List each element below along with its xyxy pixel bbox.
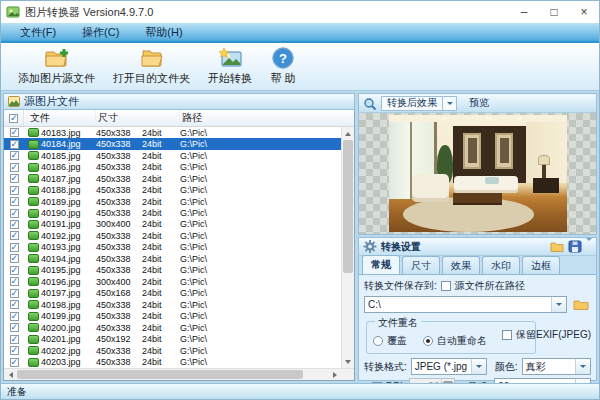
- tab-general[interactable]: 常规: [362, 255, 400, 274]
- row-checkbox[interactable]: ✓: [4, 323, 24, 332]
- table-row[interactable]: ✓40201.jpg450x19224bitG:\Pic\: [4, 333, 341, 344]
- table-row[interactable]: ✓40199.jpg450x33824bitG:\Pic\: [4, 311, 341, 322]
- open-dest-folder-button[interactable]: 打开目的文件夹: [104, 45, 199, 88]
- table-row[interactable]: ✓40202.jpg450x33824bitG:\Pic\: [4, 345, 341, 356]
- table-row[interactable]: ✓40184.jpg450x33824bitG:\Pic\: [4, 138, 341, 149]
- jpg-file-icon: [24, 128, 41, 137]
- tab-watermark[interactable]: 水印: [482, 256, 520, 274]
- browse-folder-button[interactable]: [571, 296, 591, 313]
- table-row[interactable]: ✓40200.jpg450x33824bitG:\Pic\: [4, 322, 341, 333]
- row-checkbox[interactable]: ✓: [4, 277, 24, 286]
- file-name: 40187.jpg: [41, 174, 96, 184]
- right-panel: 转换后效果 预览: [358, 93, 597, 381]
- scroll-left-icon[interactable]: [4, 369, 17, 380]
- file-name: 40183.jpg: [41, 128, 96, 138]
- table-row[interactable]: ✓40192.jpg450x33824bitG:\Pic\: [4, 230, 341, 241]
- scroll-right-icon[interactable]: [328, 369, 341, 380]
- table-row[interactable]: ✓40186.jpg450x33824bitG:\Pic\: [4, 161, 341, 172]
- chevron-down-icon[interactable]: [442, 97, 456, 110]
- maximize-button[interactable]: □: [539, 1, 569, 23]
- effect-select[interactable]: 转换后效果: [381, 96, 457, 111]
- row-checkbox[interactable]: ✓: [4, 335, 24, 344]
- row-checkbox[interactable]: ✓: [4, 174, 24, 183]
- menu-operate[interactable]: 操作(C): [69, 23, 132, 41]
- format-combobox[interactable]: JPEG (*.jpg: [411, 358, 487, 375]
- row-checkbox[interactable]: ✓: [4, 266, 24, 275]
- select-all-checkbox[interactable]: ✓: [4, 110, 24, 126]
- row-checkbox[interactable]: ✓: [4, 209, 24, 218]
- column-path[interactable]: 路径: [180, 110, 354, 126]
- table-row[interactable]: ✓40187.jpg450x33824bitG:\Pic\: [4, 173, 341, 184]
- row-checkbox[interactable]: ✓: [4, 163, 24, 172]
- toolbar-button-label: 帮 助: [270, 71, 295, 86]
- tab-size[interactable]: 尺寸: [402, 256, 440, 274]
- table-row[interactable]: ✓40197.jpg450x16824bitG:\Pic\: [4, 288, 341, 299]
- close-button[interactable]: ×: [569, 1, 599, 23]
- row-checkbox[interactable]: ✓: [4, 300, 24, 309]
- row-checkbox[interactable]: ✓: [4, 358, 24, 367]
- table-row[interactable]: ✓40196.jpg300x40024bitG:\Pic\: [4, 276, 341, 287]
- file-path: G:\Pic\: [180, 254, 341, 264]
- tab-general-content: 转换文件保存到: 源文件所在路径 C:\: [359, 274, 596, 380]
- chevron-down-icon[interactable]: [551, 297, 566, 312]
- auto-rename-label[interactable]: 自动重命名: [437, 334, 487, 348]
- table-row[interactable]: ✓40190.jpg450x33824bitG:\Pic\: [4, 207, 341, 218]
- load-settings-folder-icon[interactable]: [550, 240, 564, 253]
- row-checkbox[interactable]: ✓: [4, 312, 24, 321]
- table-row[interactable]: ✓40185.jpg450x33824bitG:\Pic\: [4, 150, 341, 161]
- vertical-scrollbar[interactable]: [341, 127, 354, 368]
- row-checkbox[interactable]: ✓: [4, 289, 24, 298]
- table-row[interactable]: ✓40183.jpg450x33824bitG:\Pic\: [4, 127, 341, 138]
- save-path-combobox[interactable]: C:\: [364, 296, 567, 313]
- color-combobox[interactable]: 真彩: [522, 358, 591, 375]
- column-file[interactable]: 文件: [24, 110, 96, 126]
- menu-file[interactable]: 文件(F): [7, 23, 69, 41]
- table-row[interactable]: ✓40198.jpg450x33824bitG:\Pic\: [4, 299, 341, 310]
- vertical-scroll-thumb[interactable]: [343, 140, 353, 273]
- overwrite-label[interactable]: 覆盖: [387, 334, 407, 348]
- table-row[interactable]: ✓40191.jpg300x40024bitG:\Pic\: [4, 219, 341, 230]
- preview-button[interactable]: 预览: [461, 96, 497, 110]
- scroll-up-icon[interactable]: [342, 127, 354, 140]
- tab-border[interactable]: 边框: [522, 256, 560, 274]
- horizontal-scrollbar[interactable]: [4, 368, 354, 380]
- window-title: 图片转换器 Version4.9.7.0: [25, 5, 509, 20]
- minimize-button[interactable]: –: [509, 1, 539, 23]
- source-path-checkbox-label[interactable]: 源文件所在路径: [455, 279, 525, 293]
- row-checkbox[interactable]: ✓: [4, 128, 24, 137]
- row-checkbox[interactable]: ✓: [4, 197, 24, 206]
- table-row[interactable]: ✓40193.jpg450x33824bitG:\Pic\: [4, 242, 341, 253]
- chevron-down-icon[interactable]: [575, 359, 590, 374]
- scroll-down-icon[interactable]: [342, 355, 354, 368]
- tab-effect[interactable]: 效果: [442, 256, 480, 274]
- keep-exif-label[interactable]: 保留EXIF(JPEG): [516, 328, 591, 342]
- table-row[interactable]: ✓40189.jpg450x33824bitG:\Pic\: [4, 196, 341, 207]
- source-path-checkbox[interactable]: [441, 281, 451, 291]
- keep-exif-checkbox[interactable]: [502, 330, 512, 340]
- chevron-down-icon[interactable]: [471, 359, 486, 374]
- row-checkbox[interactable]: ✓: [4, 186, 24, 195]
- start-convert-button[interactable]: 开始转换: [199, 45, 261, 88]
- row-checkbox[interactable]: ✓: [4, 151, 24, 160]
- row-checkbox[interactable]: ✓: [4, 346, 24, 355]
- auto-rename-radio[interactable]: [423, 336, 433, 346]
- help-button[interactable]: ? 帮 助: [261, 45, 305, 88]
- row-checkbox[interactable]: ✓: [4, 243, 24, 252]
- convert-settings-panel: 转换设置 常规 尺寸 效果 水印: [358, 237, 597, 381]
- column-size[interactable]: 尺寸: [96, 110, 180, 126]
- add-source-files-button[interactable]: 添加图片源文件: [9, 45, 104, 88]
- horizontal-scroll-thumb[interactable]: [17, 370, 303, 379]
- row-checkbox[interactable]: ✓: [4, 220, 24, 229]
- overwrite-radio[interactable]: [373, 336, 383, 346]
- save-settings-floppy-icon[interactable]: [568, 240, 582, 253]
- table-row[interactable]: ✓40188.jpg450x33824bitG:\Pic\: [4, 184, 341, 195]
- row-checkbox[interactable]: ✓: [4, 140, 24, 149]
- settings-dropdown-icon[interactable]: [586, 241, 592, 252]
- row-checkbox[interactable]: ✓: [4, 254, 24, 263]
- menu-help[interactable]: 帮助(H): [132, 23, 195, 41]
- color-label: 颜色:: [495, 360, 518, 374]
- row-checkbox[interactable]: ✓: [4, 231, 24, 240]
- table-row[interactable]: ✓40194.jpg450x33824bitG:\Pic\: [4, 253, 341, 264]
- table-row[interactable]: ✓40203.jpg450x33824bitG:\Pic\: [4, 356, 341, 367]
- table-row[interactable]: ✓40195.jpg450x33824bitG:\Pic\: [4, 265, 341, 276]
